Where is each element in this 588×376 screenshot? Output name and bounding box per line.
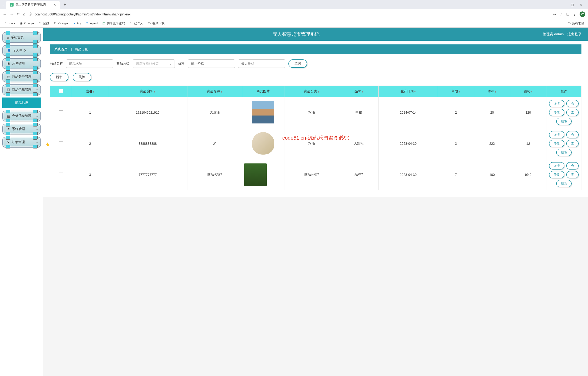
row-delete-button[interactable]: 删除 — [556, 180, 572, 187]
edit-button[interactable]: 修改 — [549, 109, 564, 116]
check-button[interactable]: 查 — [566, 140, 579, 147]
th-index[interactable]: 索引◆ — [72, 86, 108, 97]
filter-name-input[interactable] — [66, 59, 113, 68]
check-button[interactable]: 查 — [566, 171, 579, 178]
bookmark-tools[interactable]: 🗀tools — [4, 21, 15, 25]
sidebar-item-category[interactable]: ▦商品分类管理⌄ — [2, 71, 41, 82]
product-image — [252, 101, 274, 123]
row-checkbox[interactable] — [59, 172, 63, 176]
star-icon[interactable]: ☆ — [560, 12, 563, 16]
th-limit[interactable]: 单限◆ — [438, 86, 474, 97]
row-checkbox[interactable] — [59, 110, 63, 114]
back-icon[interactable]: ← — [3, 12, 7, 16]
sort-icon: ◆ — [531, 90, 533, 93]
stock-button[interactable]: 仓 — [566, 131, 579, 139]
th-brand[interactable]: 品牌◆ — [339, 86, 378, 97]
sidebar-item-profile[interactable]: 👤个人中心⌄ — [2, 45, 41, 56]
sort-icon: ◆ — [459, 90, 460, 93]
cell-brand: 中粮 — [339, 97, 378, 128]
th-name[interactable]: 商品名称◆ — [187, 86, 242, 97]
sidebar-item-product[interactable]: ☑商品信息管理⌃ — [2, 85, 41, 95]
bookmark-share[interactable]: ▤共享账号密码 — [102, 21, 125, 25]
menu-icon[interactable]: ⋮ — [573, 12, 576, 16]
home-icon[interactable]: ⌂ — [23, 12, 25, 16]
th-code[interactable]: 商品编号◆ — [108, 86, 188, 97]
detail-button[interactable]: 详情 — [549, 100, 564, 107]
th-cat[interactable]: 商品分类◆ — [284, 86, 339, 97]
table-header-row: 索引◆ 商品编号◆ 商品名称◆ 商品图片 商品分类◆ 品牌◆ 生产日期◆ 单限◆… — [50, 86, 581, 97]
sidebar-item-warehouse[interactable]: ▦仓储信息管理⌄ — [2, 111, 41, 121]
th-date[interactable]: 生产日期◆ — [378, 86, 438, 97]
main-content: 无人智慧超市管理系统 管理员 admin 退出登录 系统首页 商品信息 商品名称… — [43, 28, 588, 376]
maximize-icon[interactable]: ▢ — [571, 3, 574, 7]
edit-button[interactable]: 修改 — [549, 171, 564, 178]
bookmark-video[interactable]: 🗀视频下载 — [147, 21, 165, 25]
key-icon[interactable]: ⊶ — [553, 12, 556, 16]
address-bar: ← → ⟳ ⌂ ⓘ localhost:8080/springbootniyfl… — [0, 9, 588, 19]
sidebar-submenu-product-info[interactable]: 商品信息 — [2, 97, 41, 108]
detail-button[interactable]: 详情 — [549, 162, 564, 170]
bookmark-google[interactable]: ◉Google — [19, 21, 34, 25]
minimize-icon[interactable]: — — [562, 3, 565, 7]
row-checkbox[interactable] — [59, 141, 63, 145]
close-window-icon[interactable]: ✕ — [580, 3, 582, 7]
new-tab-button[interactable]: + — [62, 2, 68, 7]
bookmarks-bar: 🗀tools ◉Google 🗀宝藏 GGoogle ☁txy ⇧uplod ▤… — [0, 19, 588, 28]
sidebar-item-system[interactable]: ⚑系统管理⌄ — [2, 124, 41, 134]
cell-price: 120 — [510, 97, 546, 128]
folder-icon: 🗀 — [147, 21, 151, 25]
info-icon: ⓘ — [29, 12, 32, 16]
add-button[interactable]: 新增 — [50, 73, 68, 81]
browser-tab[interactable]: V 无人智慧超市管理系统 ✕ — [6, 1, 60, 9]
bookmark-uplod[interactable]: ⇧uplod — [85, 21, 98, 25]
filter-min-price-input[interactable] — [188, 59, 235, 68]
search-button[interactable]: 查询 — [288, 59, 307, 68]
stock-button[interactable]: 仓 — [566, 162, 579, 170]
th-stock[interactable]: 库存◆ — [474, 86, 510, 97]
cell-brand: 大规模 — [339, 128, 378, 159]
bookmark-imported[interactable]: 🗀已导入 — [129, 21, 143, 25]
monitor-icon: 🖥 — [7, 62, 10, 65]
reload-icon[interactable]: ⟳ — [17, 12, 20, 16]
filter-max-price-input[interactable] — [238, 59, 285, 68]
row-delete-button[interactable]: 删除 — [556, 118, 572, 125]
user-label: 管理员 admin — [543, 32, 564, 36]
sidebar-item-users[interactable]: 🖥用户管理⌄ — [2, 58, 41, 69]
cell-code: 1721046021910 — [108, 97, 188, 128]
stock-button[interactable]: 仓 — [566, 100, 579, 107]
folder-icon: 🗀 — [567, 21, 571, 25]
select-all-checkbox[interactable] — [59, 89, 63, 93]
sidebar-item-home[interactable]: ⌂系统首页 — [2, 32, 41, 43]
profile-avatar[interactable]: W — [580, 11, 585, 17]
sidebar-item-orders[interactable]: ➤订单管理⌄ — [2, 137, 41, 148]
sort-icon: ◆ — [318, 90, 319, 93]
row-delete-button[interactable]: 删除 — [556, 149, 572, 156]
breadcrumb-home[interactable]: 系统首页 — [54, 47, 68, 52]
close-icon[interactable]: ✕ — [53, 3, 56, 7]
bookmark-txy[interactable]: ☁txy — [72, 21, 81, 25]
tab-dropdown-icon[interactable]: ⌄ — [2, 3, 4, 6]
forward-icon[interactable]: → — [10, 12, 14, 16]
delete-button[interactable]: 删除 — [73, 73, 91, 81]
product-image — [252, 132, 274, 155]
bookmark-google2[interactable]: GGoogle — [53, 21, 68, 25]
logout-button[interactable]: 退出登录 — [567, 32, 581, 36]
edit-button[interactable]: 修改 — [549, 140, 564, 147]
th-checkbox[interactable] — [50, 86, 72, 97]
url-field[interactable]: ⓘ localhost:8080/springbootniyfl/admin/d… — [29, 12, 549, 16]
detail-button[interactable]: 详情 — [549, 131, 564, 139]
cell-brand: 品牌7 — [339, 159, 378, 190]
cell-price: 12 — [510, 128, 546, 159]
app-header: 无人智慧超市管理系统 管理员 admin 退出登录 — [43, 28, 588, 41]
bookmark-baozang[interactable]: 🗀宝藏 — [38, 21, 49, 25]
extension-icon[interactable]: ⊡ — [566, 12, 569, 16]
table-row: 3 7777777777 商品名称7 商品分类7 品牌7 2023-04-30 … — [50, 159, 581, 190]
cell-date: 2023-04-30 — [378, 159, 438, 190]
all-bookmarks[interactable]: 🗀所有书签 — [567, 21, 584, 25]
table-row: 2 8888888888 米 粮油 大规模 2023-04-30 3 222 1… — [50, 128, 581, 159]
sort-icon: ◆ — [93, 90, 94, 93]
filter-cat-select[interactable]: 请选择商品分类⌄ — [133, 59, 175, 68]
th-price[interactable]: 价格◆ — [510, 86, 546, 97]
sort-icon: ◆ — [362, 90, 363, 93]
check-button[interactable]: 查 — [566, 109, 579, 116]
